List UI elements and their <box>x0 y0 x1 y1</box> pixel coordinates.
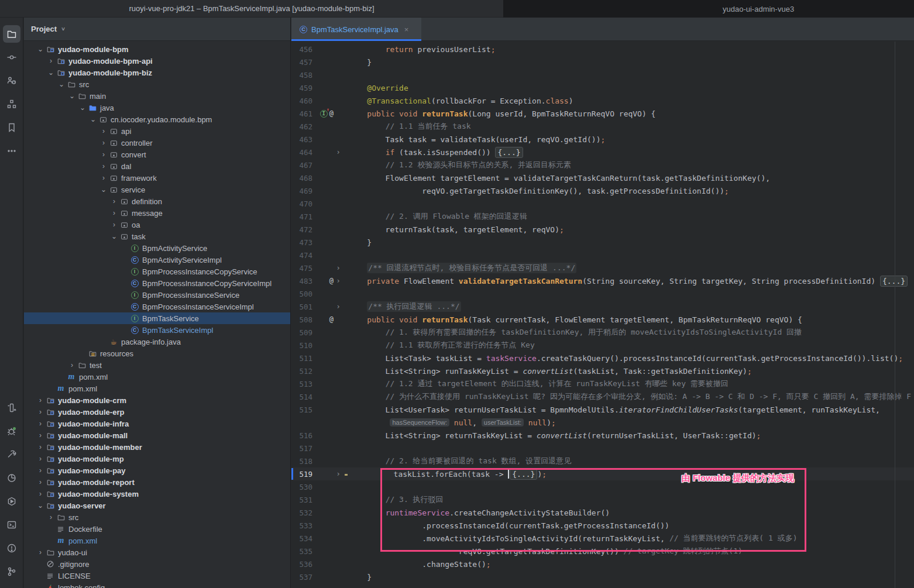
fold-chevron-icon[interactable]: › <box>334 470 343 478</box>
tab-close-icon[interactable]: × <box>404 25 409 34</box>
tree-item-test[interactable]: ›test <box>24 359 290 371</box>
code-line-500[interactable]: 500 <box>291 287 914 300</box>
code-line-533[interactable]: 533 .processInstanceId(currentTask.getPr… <box>291 519 914 532</box>
code-line-501[interactable]: 501› /** 执行回退逻辑 ...*/ <box>291 300 914 313</box>
tree-item-yudao-ui[interactable]: ›yudao-ui <box>24 546 290 558</box>
code-line-516[interactable]: 516 List<String> returnTaskKeyList = con… <box>291 429 914 442</box>
code-line-469[interactable]: 469 reqVO.getTargetTaskDefinitionKey(), … <box>291 184 914 197</box>
tree-item-dal[interactable]: ›dal <box>24 160 290 172</box>
code-line-463[interactable]: 463 Task task = validateTask(userId, req… <box>291 133 914 146</box>
tree-item-license[interactable]: LICENSE <box>24 570 290 582</box>
tree-item-bpmprocessinstanceservice[interactable]: IBpmProcessInstanceService <box>24 289 290 301</box>
code-line-474[interactable]: 474 <box>291 249 914 262</box>
pull-requests-icon[interactable]: ? <box>3 72 20 90</box>
tree-item-yudao-module-erp[interactable]: ›yudao-module-erp <box>24 406 290 418</box>
code-line-509[interactable]: 509 // 1. 获得所有需要回撤的任务 taskDefinitionKey,… <box>291 326 914 339</box>
tree-item-controller[interactable]: ›controller <box>24 137 290 149</box>
project-icon[interactable] <box>3 25 20 43</box>
tree-item-bpmprocessinstancecopyservice[interactable]: IBpmProcessInstanceCopyService <box>24 266 290 277</box>
project-panel-header[interactable]: Project ∨ <box>24 18 290 41</box>
code-line-513[interactable]: 513 // 1.2 通过 targetElement 的出口连线, 计算在 r… <box>291 377 914 390</box>
tree-item-framework[interactable]: ›framework <box>24 172 290 184</box>
commit-icon[interactable] <box>3 49 20 66</box>
tree-item-bpmactivityserviceimpl[interactable]: CBpmActivityServiceImpl <box>24 254 290 266</box>
tree-item-yudao-module-infra[interactable]: ›yudao-module-infra <box>24 418 290 429</box>
tree-item-api[interactable]: ›api <box>24 125 290 137</box>
tree-item-message[interactable]: ›message <box>24 207 290 219</box>
code-line-515[interactable]: 515 List<UserTask> returnUserTaskList = … <box>291 403 914 416</box>
tree-item-yudao-module-pay[interactable]: ›yudao-module-pay <box>24 465 290 476</box>
code-line-457[interactable]: 457 } <box>291 56 914 68</box>
tree-item-pom-xml[interactable]: mpom.xml <box>24 535 290 546</box>
code-line-514[interactable]: 514 // 为什么不直接使用 runTaskKeyList 呢? 因为可能存在… <box>291 390 914 403</box>
tree-item-yudao-module-mall[interactable]: ›yudao-module-mall <box>24 429 290 441</box>
fold-chevron-icon[interactable]: › <box>334 264 343 272</box>
tree-item-package-info-java[interactable]: ☕package-info.java <box>24 336 290 348</box>
code-line-519[interactable]: 519› taskList.forEach(task -> {...}); <box>291 467 914 480</box>
more-icon[interactable] <box>3 142 20 160</box>
tree-item-yudao-module-bpm-biz[interactable]: ⌄yudao-module-bpm-biz <box>24 67 290 78</box>
code-line-517[interactable]: 517 <box>291 442 914 455</box>
tree-item-dockerfile[interactable]: Dockerfile <box>24 523 290 535</box>
git-icon[interactable] <box>3 563 20 580</box>
problems-icon[interactable] <box>3 539 20 557</box>
code-line-512[interactable]: 512 List<String> runTaskKeyList = conver… <box>291 365 914 377</box>
tree-item-convert[interactable]: ›convert <box>24 149 290 160</box>
fold-chevron-icon[interactable]: › <box>334 148 343 156</box>
code-line-508[interactable]: 508@ public void returnTask(Task current… <box>291 313 914 326</box>
terminal-icon[interactable] <box>3 516 20 534</box>
code-line-532[interactable]: 532 runtimeService.createChangeActivityS… <box>291 506 914 519</box>
code-line-456[interactable]: 456 return previousUserList; <box>291 43 914 56</box>
code-line-470[interactable]: 470 <box>291 197 914 210</box>
tree-item--gitignore[interactable]: .gitignore <box>24 558 290 570</box>
tree-item-task[interactable]: ⌄task <box>24 231 290 242</box>
tree-item-pom-xml[interactable]: mpom.xml <box>24 383 290 394</box>
tree-item-bpmactivityservice[interactable]: IBpmActivityService <box>24 242 290 254</box>
code-line-459[interactable]: 459 @Override <box>291 81 914 94</box>
code-line-510[interactable]: 510 // 1.1 获取所有正常进行的任务节点 Key <box>291 339 914 352</box>
tree-item-oa[interactable]: ›oa <box>24 219 290 231</box>
tree-item-main[interactable]: ⌄main <box>24 90 290 102</box>
code-line-458[interactable]: 458 <box>291 68 914 81</box>
code-line-518[interactable]: 518 // 2. 给当前要被回退的 task 数组, 设置回退意见 <box>291 455 914 467</box>
tree-item-service[interactable]: ⌄service <box>24 184 290 195</box>
code-line-464[interactable]: 464› if (task.isSuspended()) {...} <box>291 146 914 159</box>
tree-item-bpmprocessinstancecopyserviceimpl[interactable]: CBpmProcessInstanceCopyServiceImpl <box>24 277 290 289</box>
code-line-475[interactable]: 475› /** 回退流程节点时, 校验目标任务节点是否可回退 ...*/ <box>291 262 914 274</box>
tab-bpmtaskserviceimpl[interactable]: C BpmTaskServiceImpl.java × <box>291 18 421 41</box>
code-line-462[interactable]: 462 // 1.1 当前任务 task <box>291 120 914 133</box>
tree-item-java[interactable]: ⌄java <box>24 102 290 114</box>
code-line-460[interactable]: 460 @Transactional(rollbackFor = Excepti… <box>291 94 914 107</box>
code-line-511[interactable]: 511 List<Task> taskList = taskService.cr… <box>291 352 914 365</box>
code-line-537[interactable]: 537 } <box>291 570 914 583</box>
debug-icon[interactable] <box>3 422 20 440</box>
tree-item-yudao-module-member[interactable]: ›yudao-module-member <box>24 441 290 453</box>
code-line-473[interactable]: 473 } <box>291 236 914 249</box>
code-line-472[interactable]: 472 returnTask(task, targetElement, reqV… <box>291 223 914 236</box>
tree-item-bpmprocessinstanceserviceimpl[interactable]: CBpmProcessInstanceServiceImpl <box>24 301 290 312</box>
fold-chevron-icon[interactable]: › <box>334 277 343 285</box>
tree-item-yudao-module-crm[interactable]: ›yudao-module-crm <box>24 394 290 406</box>
tree-item-pom-xml[interactable]: mpom.xml <box>24 371 290 383</box>
tree-item-lombok-config[interactable]: lombok.config <box>24 582 290 588</box>
tree-item-yudao-module-bpm[interactable]: ⌄yudao-module-bpm <box>24 43 290 55</box>
code-line-536[interactable]: 536 .changeState(); <box>291 558 914 570</box>
editor-scrollbar-track[interactable] <box>895 42 895 588</box>
tree-item-yudao-module-mp[interactable]: ›yudao-module-mp <box>24 453 290 465</box>
structure-icon[interactable] <box>3 95 20 113</box>
code-line-wrap[interactable]: hasSequenceFlow: null, userTaskList: nul… <box>291 416 914 429</box>
tree-item-yudao-module-report[interactable]: ›yudao-module-report <box>24 476 290 488</box>
tree-item-src[interactable]: ›src <box>24 511 290 523</box>
tree-item-yudao-server[interactable]: ⌄yudao-server <box>24 500 290 511</box>
implements-icon[interactable]: I <box>320 110 328 118</box>
tree-item-bpmtaskservice[interactable]: IBpmTaskService <box>24 312 290 324</box>
tree-item-src[interactable]: ⌄src <box>24 78 290 90</box>
bookmarks-icon[interactable] <box>3 119 20 136</box>
code-line-483[interactable]: 483@› private FlowElement validateTarget… <box>291 274 914 287</box>
code-editor[interactable]: 456 return previousUserList;457 }458459 … <box>291 42 914 588</box>
tree-item-definition[interactable]: ›definition <box>24 195 290 207</box>
code-line-471[interactable]: 471 // 2. 调用 Flowable 框架的回退逻辑 <box>291 210 914 223</box>
code-line-535[interactable]: 535 reqVO.getTargetTaskDefinitionKey()) … <box>291 545 914 558</box>
tree-item-yudao-module-system[interactable]: ›yudao-module-system <box>24 488 290 500</box>
code-line-531[interactable]: 531 // 3. 执行驳回 <box>291 493 914 506</box>
